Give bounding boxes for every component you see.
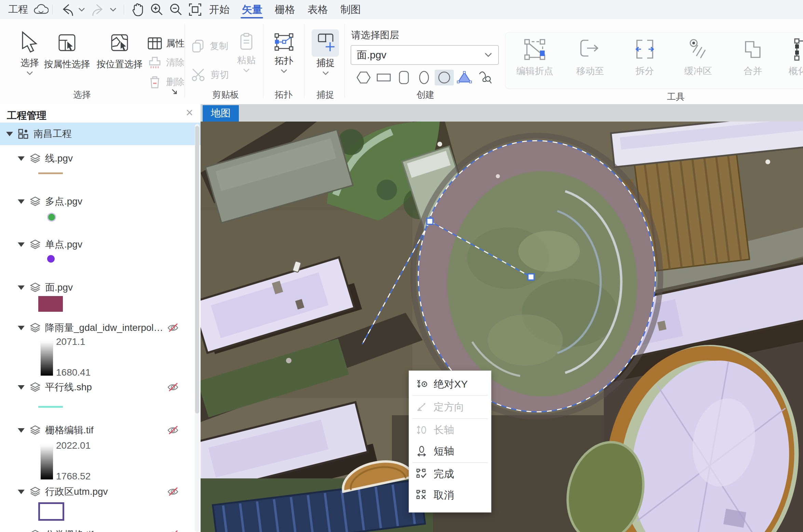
move-to-button: 移动至: [564, 38, 616, 77]
layers-icon: [30, 382, 40, 392]
topology-button[interactable]: 拓扑: [272, 33, 296, 73]
attributes-button[interactable]: 属性: [148, 37, 185, 50]
copy-button: 复制: [191, 39, 228, 53]
tree-node-layer[interactable]: 降雨量_gdal_idw_interpol…: [0, 317, 201, 338]
shape-circle-button-selected[interactable]: [435, 70, 454, 85]
topbar-divider: [52, 4, 53, 15]
tree-node-layer[interactable]: 面.pgv: [0, 277, 201, 298]
topbar-divider2: [124, 4, 124, 15]
select-button[interactable]: 选择: [19, 31, 40, 75]
tab-shange[interactable]: 栅格: [271, 0, 299, 19]
undo-button[interactable]: [58, 0, 76, 19]
tree-node-layer[interactable]: 单点.pgv: [0, 234, 201, 255]
tree-node-project-root[interactable]: 南昌工程: [0, 123, 201, 145]
collapse-triangle-icon[interactable]: [18, 428, 25, 433]
point-swatch-green[interactable]: [47, 213, 56, 222]
layers-icon: [30, 530, 40, 532]
paste-button: 粘贴: [234, 33, 258, 72]
redo-button: [90, 0, 107, 19]
collapse-triangle-icon[interactable]: [18, 242, 25, 247]
set-direction-icon: [416, 401, 427, 413]
shape-freehand-button[interactable]: [475, 70, 494, 85]
paste-label: 粘贴: [234, 54, 258, 66]
merge-label: 合并: [727, 65, 778, 77]
tab-map[interactable]: 地图: [203, 105, 239, 122]
tree-node-layer[interactable]: 栅格编辑.tif: [0, 420, 201, 441]
project-menu-label: 工程: [8, 3, 28, 16]
tab-kaishi[interactable]: 开始: [205, 0, 234, 19]
shape-hexagon-button[interactable]: [354, 70, 373, 85]
pan-hand-icon[interactable]: [129, 0, 147, 19]
tab-zhitu[interactable]: 制图: [336, 0, 365, 19]
ellipse-center-vertex-handle[interactable]: [528, 274, 534, 280]
outline-swatch-purple[interactable]: [38, 502, 64, 521]
map-canvas[interactable]: [201, 122, 803, 532]
layers-icon: [30, 323, 40, 333]
tree-node-layer[interactable]: 行政区utm.pgv: [0, 481, 201, 502]
visibility-off-icon[interactable]: [166, 530, 179, 532]
visibility-off-icon[interactable]: [166, 323, 179, 333]
layer-select-value: 面.pgv: [351, 48, 485, 62]
menu-divider: [412, 395, 488, 396]
shape-rounded-rectangle-button[interactable]: [394, 70, 413, 85]
collapse-triangle-icon[interactable]: [18, 285, 25, 290]
shape-ellipse-button[interactable]: [414, 70, 434, 85]
tab-shiliang-active[interactable]: 矢量: [238, 0, 267, 19]
menu-item-cancel[interactable]: 取消: [409, 485, 491, 506]
select-by-attribute-button[interactable]: 按属性选择: [40, 33, 94, 70]
collapse-triangle-icon[interactable]: [18, 199, 25, 204]
select-group-expand-icon[interactable]: [171, 88, 178, 97]
project-panel: 工程管理 × 南昌工程 线.pgv 多点.: [0, 104, 201, 532]
tab-biaoge[interactable]: 表格: [303, 0, 332, 19]
collapse-triangle-icon[interactable]: [18, 385, 25, 390]
panel-title: 工程管理: [7, 109, 46, 123]
select-by-location-button[interactable]: 按位置选择: [93, 33, 146, 70]
long-axis-icon: [416, 424, 427, 436]
visibility-off-icon[interactable]: [166, 425, 179, 435]
cloud-icon[interactable]: [31, 0, 51, 19]
collapse-triangle-icon[interactable]: [18, 156, 25, 161]
panel-scrollbar-thumb[interactable]: [195, 126, 199, 414]
project-icon: [18, 128, 29, 139]
redo-dropdown-icon[interactable]: [107, 0, 119, 19]
tools-group-label: 工具: [659, 91, 693, 103]
menu-item-short-axis[interactable]: 短轴: [409, 440, 491, 462]
line-swatch-cyan[interactable]: [38, 406, 63, 408]
tree-node-layer[interactable]: 线.pgv: [0, 148, 201, 169]
layers-icon: [30, 282, 40, 293]
gradient-swatch: [40, 341, 53, 376]
undo-dropdown-icon[interactable]: [76, 0, 87, 19]
select-by-attribute-label: 按属性选择: [40, 58, 94, 70]
collapse-triangle-icon[interactable]: [18, 326, 25, 330]
project-menu-button[interactable]: 工程: [6, 0, 30, 19]
zoom-out-icon[interactable]: [167, 0, 185, 19]
select-by-location-label: 按位置选择: [93, 58, 146, 70]
snap-button[interactable]: 捕捉: [314, 31, 338, 75]
fit-extent-icon[interactable]: [186, 0, 204, 19]
context-menu: 绝对XY 定方向 长轴 短轴: [409, 370, 491, 513]
layer-select-dropdown[interactable]: 面.pgv: [351, 45, 499, 65]
shape-rectangle-button[interactable]: [374, 70, 393, 85]
tree-node-layer[interactable]: 平行线.shp: [0, 377, 201, 398]
menu-item-long-axis: 长轴: [409, 419, 491, 440]
ellipse-edge-vertex-handle[interactable]: [427, 218, 433, 224]
panel-close-icon[interactable]: ×: [186, 108, 193, 118]
collapse-triangle-icon[interactable]: [6, 132, 13, 136]
visibility-off-icon[interactable]: [166, 487, 179, 497]
menu-item-set-direction: 定方向: [409, 396, 491, 418]
tree-node-layer[interactable]: 多点.pgv: [0, 191, 201, 212]
visibility-off-icon[interactable]: [166, 382, 179, 392]
tree-node-layer-partial[interactable]: 分类栅格.tif: [0, 524, 201, 532]
absolute-xy-icon: [416, 378, 427, 390]
panel-scrollbar[interactable]: [195, 124, 200, 532]
line-swatch-tan[interactable]: [38, 172, 63, 174]
attributes-label: 属性: [166, 37, 185, 50]
fill-swatch-maroon[interactable]: [38, 296, 63, 312]
collapse-triangle-icon[interactable]: [18, 490, 25, 494]
split-label: 拆分: [619, 65, 670, 77]
zoom-in-icon[interactable]: [148, 0, 166, 19]
point-swatch-purple[interactable]: [47, 255, 55, 263]
shape-triangle-button[interactable]: [455, 70, 474, 85]
menu-item-finish[interactable]: 完成: [409, 463, 491, 485]
menu-item-absolute-xy[interactable]: 绝对XY: [409, 374, 491, 395]
